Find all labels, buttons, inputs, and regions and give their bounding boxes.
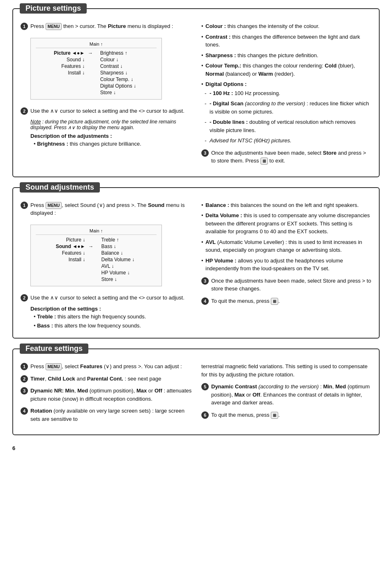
feature-step-num-1: 1 xyxy=(21,363,28,370)
feature-settings-section: Feature settings 1 Press MENU, select Fe… xyxy=(12,348,380,435)
menu-right-colour-temp: Colour Temp. ↓ xyxy=(99,76,157,83)
menu-right-colour: Colour ↓ xyxy=(99,56,157,63)
feature-step6-text: To quit the menus, press ⊞. xyxy=(211,411,280,419)
sound-desc-heading: Description of the settings : xyxy=(30,306,193,312)
step-num-2: 2 xyxy=(21,107,28,115)
menu-right-contrast: Contrast ↓ xyxy=(99,63,157,70)
page-number: 6 xyxy=(12,445,380,451)
digital-scan-item: - Digital Scan (according to the version… xyxy=(201,100,371,116)
feature-step1: 1 Press MENU, select Features (∨) and pr… xyxy=(21,362,193,371)
sound-menu-right-delta: Delta Volume ↓ xyxy=(100,256,157,263)
sound-menu-right-avl: AVL ↓ xyxy=(100,263,157,269)
feature-step-num-2: 2 xyxy=(21,375,28,383)
feature-step-num-5: 5 xyxy=(201,383,209,390)
feature-step3: 3 Dynamic NR: Min, Med (optimum position… xyxy=(21,387,193,403)
picture-right-list: Colour : this changes the intensity of t… xyxy=(201,22,371,145)
feature-step5: 5 Dynamic Contrast (according to the ver… xyxy=(201,383,371,407)
exit-button-pic: ⊞ xyxy=(261,158,268,165)
picture-step2: 2 Use the ∧∨ cursor to select a setting … xyxy=(21,107,193,115)
picture-brightness-desc: Brightness : this changes picture brilli… xyxy=(34,140,193,148)
picture-desc-heading: Description of the adjustments : xyxy=(30,133,193,139)
sound-diagram-main: Main ↑ xyxy=(36,228,157,235)
arrow-right-1: → xyxy=(86,50,99,56)
sound-menu-left-features: Features ↓ xyxy=(36,250,87,256)
menu-button-1: MENU xyxy=(46,23,62,30)
sound-menu-left-picture: Picture ↓ xyxy=(36,237,87,243)
picture-settings-right: Colour : this changes the intensity of t… xyxy=(201,22,371,169)
picture-bold: Picture xyxy=(108,23,126,29)
step-num-3-pic: 3 xyxy=(201,149,209,157)
picture-settings-title: Picture settings xyxy=(20,3,87,14)
colour-item: Colour : this changes the intensity of t… xyxy=(201,22,371,30)
picture-step3: 3 Once the adjustments have been made, s… xyxy=(201,149,371,165)
sound-adjustments-title: Sound adjustments xyxy=(20,182,100,193)
feature-step5-text: Dynamic Contrast (according to the versi… xyxy=(211,383,371,407)
sound-arrow-right: → xyxy=(87,243,99,250)
balance-item: Balance : this balances the sound on the… xyxy=(201,201,371,209)
feature-step-num-6: 6 xyxy=(201,411,209,419)
picture-step2-text: Use the ∧∨ cursor to select a setting an… xyxy=(30,107,184,115)
quit-button-sound: ⊞ xyxy=(271,298,278,305)
sound-step4: 4 To quit the menus, press ⊞. xyxy=(201,297,371,305)
contrast-item: Contrast : this changes the difference b… xyxy=(201,33,371,49)
step-num-1: 1 xyxy=(21,23,28,30)
quit-button-feature: ⊞ xyxy=(271,412,278,419)
100hz-item: - 100 Hz : 100 Hz processing. xyxy=(201,89,371,97)
sound-menu-left-sound: Sound ◄●► xyxy=(36,243,87,250)
feature-step2: 2 Timer, Child Lock and Parental Cont. :… xyxy=(21,375,193,383)
feature-rotation-cont: terrestrial magnetic field variations. T… xyxy=(201,362,371,378)
sound-step2-text: Use the ∧∨ cursor to select a setting an… xyxy=(30,294,184,302)
picture-settings-section: Picture settings 1 Press MENU then > cur… xyxy=(12,8,380,177)
sound-step1-text: Press MENU, select Sound (∨) and press >… xyxy=(30,201,193,217)
delta-volume-item: Delta Volume : this is used to compensat… xyxy=(201,211,371,236)
note-label: Note xyxy=(30,119,41,125)
picture-step1-text: Press MENU then > cursor. The Picture me… xyxy=(30,22,173,30)
menu-right-sharpness: Sharpness ↓ xyxy=(99,70,157,76)
sound-menu-table: Picture ↓ Treble ↑ Sound ◄●► → Bass ↓ Fe… xyxy=(36,237,157,283)
sound-right: Balance : this balances the sound on the… xyxy=(201,201,371,331)
colour-temp-item: Colour Temp.: this changes the colour re… xyxy=(201,62,371,78)
menu-left-picture: Picture ◄●► xyxy=(36,50,86,56)
menu-right-brightness: Brightness ↑ xyxy=(99,50,157,56)
sound-step3: 3 Once the adjustments have been made, s… xyxy=(201,277,371,293)
sound-step-num-3: 3 xyxy=(201,277,209,285)
digital-options-item: Digital Options : xyxy=(201,80,371,88)
menu-button-feature: MENU xyxy=(46,363,62,370)
picture-menu-table: Picture ◄●► → Brightness ↑ Sound ↓ Colou… xyxy=(36,50,157,96)
menu-button-sound: MENU xyxy=(46,202,62,209)
sound-step4-text: To quit the menus, press ⊞. xyxy=(211,297,280,305)
sound-step2: 2 Use the ∧∨ cursor to select a setting … xyxy=(21,294,193,302)
feature-step-num-3: 3 xyxy=(21,387,28,395)
sound-menu-right-bass: Bass ↓ xyxy=(100,243,157,250)
sound-menu-left-install: Install ↓ xyxy=(36,256,87,263)
menu-left-sound: Sound ↓ xyxy=(36,56,86,63)
menu-right-digital-options: Digital Options ↓ xyxy=(99,83,157,89)
sound-left: 1 Press MENU, select Sound (∨) and press… xyxy=(21,201,193,331)
sound-menu-diagram: Main ↑ Picture ↓ Treble ↑ Sound ◄●► → Ba… xyxy=(30,225,162,286)
sound-menu-right-hp: HP Volume ↓ xyxy=(100,269,157,276)
sound-step-num-4: 4 xyxy=(201,297,209,305)
sound-menu-right-balance: Balance ↓ xyxy=(100,250,157,256)
feature-step1-text: Press MENU, select Features (∨) and pres… xyxy=(30,362,182,371)
picture-step3-text: Once the adjustments have been made, sel… xyxy=(211,149,371,165)
sound-menu-right-treble: Treble ↑ xyxy=(100,237,157,243)
feature-settings-title: Feature settings xyxy=(20,344,88,354)
menu-right-store: Store ↓ xyxy=(99,89,157,96)
menu-left-features: Features ↓ xyxy=(36,63,86,70)
picture-note: Note : during the picture adjustment, on… xyxy=(30,119,193,130)
picture-menu-diagram: Main ↑ Picture ◄●► → Brightness ↑ Sound … xyxy=(30,38,162,100)
feature-step3-text: Dynamic NR: Min, Med (optimum position),… xyxy=(30,387,193,403)
sound-step-num-1: 1 xyxy=(21,202,28,209)
treble-desc: Treble : this alters the high frequency … xyxy=(34,313,193,321)
diagram-main-label: Main ↑ xyxy=(36,42,157,48)
sharpness-item: Sharpness : this changes the picture def… xyxy=(201,51,371,60)
bass-desc: Bass : this alters the low frequency sou… xyxy=(34,322,193,330)
feature-step4-text: Rotation (only available on very large s… xyxy=(30,407,193,423)
sound-step-num-2: 2 xyxy=(21,294,28,302)
ntsc-advice: Advised for NTSC (60Hz) pictures. xyxy=(201,137,371,145)
feature-step-num-4: 4 xyxy=(21,407,28,415)
double-lines-item: - Double lines : doubling of vertical re… xyxy=(201,118,371,134)
sound-adjustments-section: Sound adjustments 1 Press MENU, select S… xyxy=(12,187,380,339)
sound-menu-right-store: Store ↓ xyxy=(100,276,157,283)
avl-item: AVL (Automatic Volume Leveller) : this i… xyxy=(201,238,371,254)
